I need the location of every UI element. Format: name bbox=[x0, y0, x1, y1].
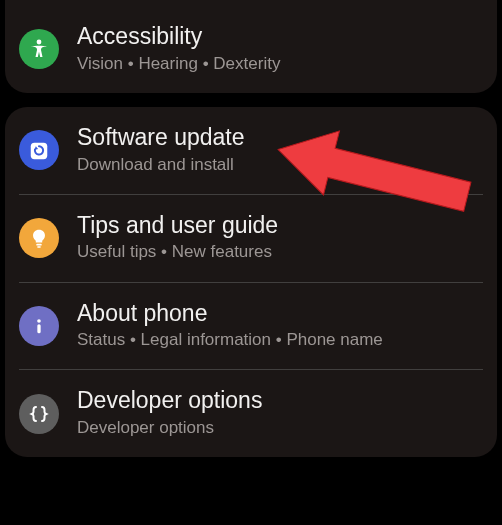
item-subtitle: Developer options bbox=[77, 417, 483, 439]
svg-rect-2 bbox=[36, 244, 42, 246]
lightbulb-icon bbox=[19, 218, 59, 258]
software-update-icon bbox=[19, 130, 59, 170]
item-text: Tips and user guide Useful tips • New fe… bbox=[77, 211, 483, 264]
settings-item-tips[interactable]: Tips and user guide Useful tips • New fe… bbox=[5, 195, 497, 282]
item-text: About phone Status • Legal information •… bbox=[77, 299, 483, 352]
svg-rect-3 bbox=[37, 246, 41, 247]
item-text: Accessibility Vision • Hearing • Dexteri… bbox=[77, 22, 483, 75]
svg-rect-5 bbox=[37, 324, 40, 333]
item-title: Software update bbox=[77, 123, 483, 152]
svg-rect-1 bbox=[31, 143, 48, 160]
item-subtitle: Download and install bbox=[77, 154, 483, 176]
item-title: About phone bbox=[77, 299, 483, 328]
item-text: Developer options Developer options bbox=[77, 386, 483, 439]
settings-page: Accessibility Vision • Hearing • Dexteri… bbox=[0, 0, 502, 476]
item-text: Software update Download and install bbox=[77, 123, 483, 176]
item-title: Developer options bbox=[77, 386, 483, 415]
item-title: Accessibility bbox=[77, 22, 483, 51]
braces-icon bbox=[19, 394, 59, 434]
settings-item-accessibility[interactable]: Accessibility Vision • Hearing • Dexteri… bbox=[5, 6, 497, 93]
accessibility-icon bbox=[19, 29, 59, 69]
settings-item-about-phone[interactable]: About phone Status • Legal information •… bbox=[5, 283, 497, 370]
settings-item-software-update[interactable]: Software update Download and install bbox=[5, 107, 497, 194]
item-title: Tips and user guide bbox=[77, 211, 483, 240]
item-subtitle: Vision • Hearing • Dexterity bbox=[77, 53, 483, 75]
item-subtitle: Useful tips • New features bbox=[77, 241, 483, 263]
settings-panel-main: Software update Download and install Tip… bbox=[5, 107, 497, 457]
svg-point-0 bbox=[37, 40, 42, 45]
item-subtitle: Status • Legal information • Phone name bbox=[77, 329, 483, 351]
info-icon bbox=[19, 306, 59, 346]
settings-item-developer-options[interactable]: Developer options Developer options bbox=[5, 370, 497, 457]
settings-panel-top: Accessibility Vision • Hearing • Dexteri… bbox=[5, 0, 497, 93]
svg-point-4 bbox=[37, 319, 41, 323]
